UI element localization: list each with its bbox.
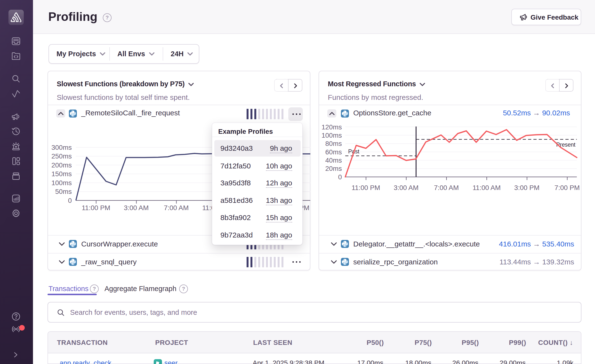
- svg-text:11:00 AM: 11:00 AM: [473, 184, 501, 191]
- svg-text:7:00 AM: 7:00 AM: [164, 204, 189, 212]
- svg-text:3:00 AM: 3:00 AM: [394, 184, 419, 191]
- svg-text:Present: Present: [556, 142, 576, 148]
- svg-text:40ms: 40ms: [325, 157, 342, 164]
- svg-text:20ms: 20ms: [325, 165, 342, 172]
- svg-text:0: 0: [68, 197, 72, 204]
- svg-text:11:00 PM: 11:00 PM: [352, 184, 380, 191]
- svg-text:200ms: 200ms: [51, 161, 72, 169]
- svg-text:80ms: 80ms: [325, 140, 342, 147]
- svg-text:0: 0: [338, 173, 342, 181]
- svg-text:11:00 PM: 11:00 PM: [82, 204, 110, 212]
- svg-text:60ms: 60ms: [325, 148, 342, 156]
- svg-text:50ms: 50ms: [55, 188, 72, 195]
- svg-text:250ms: 250ms: [51, 152, 72, 160]
- svg-text:3:00 AM: 3:00 AM: [124, 204, 149, 212]
- svg-text:3:00 PM: 3:00 PM: [514, 184, 539, 191]
- svg-text:150ms: 150ms: [51, 170, 72, 178]
- svg-text:100ms: 100ms: [322, 132, 342, 139]
- svg-text:120ms: 120ms: [322, 123, 342, 131]
- svg-text:7:00 AM: 7:00 AM: [434, 184, 459, 191]
- svg-text:300ms: 300ms: [51, 144, 72, 151]
- svg-text:7:00 PM: 7:00 PM: [555, 184, 580, 191]
- svg-text:100ms: 100ms: [51, 179, 72, 187]
